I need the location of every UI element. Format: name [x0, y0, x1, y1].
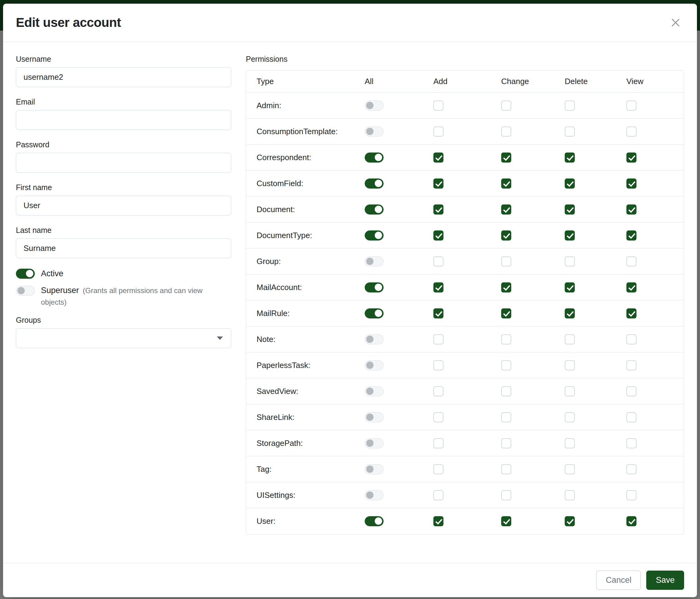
- permission-add-checkbox[interactable]: [433, 438, 444, 448]
- permission-add-checkbox[interactable]: [433, 126, 444, 137]
- permission-all-toggle[interactable]: [365, 412, 383, 422]
- permission-delete-checkbox[interactable]: [565, 464, 575, 474]
- permission-delete-checkbox[interactable]: [565, 412, 575, 422]
- permission-add-checkbox[interactable]: [433, 360, 444, 370]
- permission-view-checkbox[interactable]: [626, 438, 636, 448]
- permission-delete-checkbox[interactable]: [565, 516, 575, 526]
- permission-all-toggle[interactable]: [365, 126, 383, 137]
- permission-all-toggle[interactable]: [365, 257, 383, 266]
- permission-view-checkbox[interactable]: [626, 490, 636, 500]
- permission-change-checkbox[interactable]: [501, 100, 511, 111]
- permission-view-checkbox[interactable]: [626, 257, 636, 266]
- permission-delete-checkbox[interactable]: [565, 178, 575, 189]
- permission-delete-checkbox[interactable]: [565, 231, 575, 241]
- username-input[interactable]: [16, 67, 231, 87]
- permission-all-toggle[interactable]: [365, 205, 383, 215]
- permission-change-checkbox[interactable]: [501, 334, 511, 344]
- permission-delete-checkbox[interactable]: [565, 205, 575, 215]
- permission-delete-checkbox[interactable]: [565, 360, 575, 370]
- permission-all-toggle[interactable]: [365, 308, 383, 318]
- permission-all-toggle[interactable]: [365, 490, 383, 500]
- superuser-toggle[interactable]: [16, 286, 35, 296]
- permission-delete-checkbox[interactable]: [565, 126, 575, 137]
- password-field[interactable]: [16, 153, 231, 173]
- permission-delete-checkbox[interactable]: [565, 308, 575, 318]
- permission-all-toggle[interactable]: [365, 100, 383, 111]
- permission-change-checkbox[interactable]: [501, 490, 511, 500]
- table-row: SavedView:: [246, 378, 684, 404]
- permission-add-checkbox[interactable]: [433, 152, 444, 163]
- permission-change-checkbox[interactable]: [501, 386, 511, 397]
- permission-change-checkbox[interactable]: [501, 438, 511, 448]
- permission-delete-checkbox[interactable]: [565, 386, 575, 397]
- permission-view-checkbox[interactable]: [626, 205, 636, 215]
- permission-add-checkbox[interactable]: [433, 386, 444, 397]
- permission-change-checkbox[interactable]: [501, 282, 511, 292]
- permission-add-checkbox[interactable]: [433, 100, 444, 111]
- permission-add-checkbox[interactable]: [433, 205, 444, 215]
- save-button[interactable]: Save: [646, 571, 684, 590]
- permission-change-checkbox[interactable]: [501, 178, 511, 189]
- permission-change-checkbox[interactable]: [501, 152, 511, 163]
- permission-delete-checkbox[interactable]: [565, 100, 575, 111]
- permission-view-checkbox[interactable]: [626, 464, 636, 474]
- permission-all-toggle[interactable]: [365, 516, 383, 526]
- close-button[interactable]: [667, 14, 684, 31]
- permission-view-checkbox[interactable]: [626, 308, 636, 318]
- permission-delete-checkbox[interactable]: [565, 152, 575, 163]
- permission-view-checkbox[interactable]: [626, 360, 636, 370]
- permission-add-checkbox[interactable]: [433, 178, 444, 189]
- permission-change-checkbox[interactable]: [501, 360, 511, 370]
- active-toggle[interactable]: [16, 269, 35, 279]
- first-name-label: First name: [16, 183, 231, 192]
- permission-delete-checkbox[interactable]: [565, 490, 575, 500]
- permission-view-checkbox[interactable]: [626, 100, 636, 111]
- permission-view-checkbox[interactable]: [626, 412, 636, 422]
- permission-add-checkbox[interactable]: [433, 257, 444, 266]
- permission-change-checkbox[interactable]: [501, 464, 511, 474]
- permission-change-checkbox[interactable]: [501, 308, 511, 318]
- permission-change-checkbox[interactable]: [501, 257, 511, 266]
- permission-all-toggle[interactable]: [365, 231, 383, 241]
- groups-select[interactable]: [16, 328, 231, 348]
- permission-add-checkbox[interactable]: [433, 308, 444, 318]
- permission-all-toggle[interactable]: [365, 464, 383, 474]
- table-row: User:: [246, 508, 684, 534]
- permission-change-checkbox[interactable]: [501, 412, 511, 422]
- permission-change-checkbox[interactable]: [501, 205, 511, 215]
- permission-change-checkbox[interactable]: [501, 231, 511, 241]
- permission-view-checkbox[interactable]: [626, 231, 636, 241]
- permission-view-checkbox[interactable]: [626, 516, 636, 526]
- cancel-button[interactable]: Cancel: [596, 571, 641, 590]
- email-field[interactable]: [16, 110, 231, 130]
- permission-view-checkbox[interactable]: [626, 334, 636, 344]
- permission-view-checkbox[interactable]: [626, 178, 636, 189]
- permission-add-checkbox[interactable]: [433, 516, 444, 526]
- permission-all-toggle[interactable]: [365, 334, 383, 344]
- permission-change-checkbox[interactable]: [501, 126, 511, 137]
- permission-view-checkbox[interactable]: [626, 282, 636, 292]
- permission-all-toggle[interactable]: [365, 386, 383, 397]
- permission-add-checkbox[interactable]: [433, 334, 444, 344]
- permission-delete-checkbox[interactable]: [565, 282, 575, 292]
- table-row: Admin:: [246, 93, 684, 119]
- permission-add-checkbox[interactable]: [433, 412, 444, 422]
- last-name-field[interactable]: [16, 238, 231, 258]
- first-name-field[interactable]: [16, 196, 231, 215]
- permission-all-toggle[interactable]: [365, 152, 383, 163]
- permission-add-checkbox[interactable]: [433, 231, 444, 241]
- permission-delete-checkbox[interactable]: [565, 257, 575, 266]
- permission-add-checkbox[interactable]: [433, 282, 444, 292]
- permission-change-checkbox[interactable]: [501, 516, 511, 526]
- permission-view-checkbox[interactable]: [626, 386, 636, 397]
- permission-all-toggle[interactable]: [365, 438, 383, 448]
- permission-delete-checkbox[interactable]: [565, 438, 575, 448]
- permission-all-toggle[interactable]: [365, 178, 383, 189]
- permission-add-checkbox[interactable]: [433, 490, 444, 500]
- permission-all-toggle[interactable]: [365, 282, 383, 292]
- permission-delete-checkbox[interactable]: [565, 334, 575, 344]
- permission-view-checkbox[interactable]: [626, 152, 636, 163]
- permission-view-checkbox[interactable]: [626, 126, 636, 137]
- permission-all-toggle[interactable]: [365, 360, 383, 370]
- permission-add-checkbox[interactable]: [433, 464, 444, 474]
